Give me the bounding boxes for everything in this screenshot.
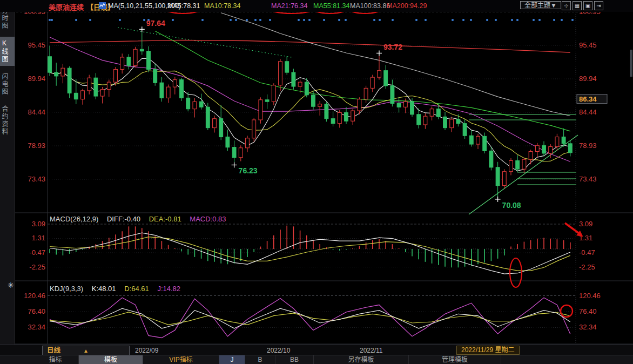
theme-selector-button[interactable]: 全部主题▼ <box>520 1 561 9</box>
main-chart: 97.6493.7276.2370.08100.95100.9595.4595.… <box>0 0 633 364</box>
axis-date-label: 2022/09 <box>135 347 158 354</box>
annotation-marks-group <box>163 1 583 317</box>
ma21-value: MA21:76.34 <box>271 2 307 10</box>
sidebar-item-flash-chart[interactable]: 闪电图 <box>0 70 15 98</box>
tab-manage-template[interactable]: 管理模板 <box>409 355 501 364</box>
period-dropdown[interactable]: 日线▲ <box>42 346 130 355</box>
instrument-title: 美原油连续 <box>49 2 84 12</box>
chart-header: 美原油连续 【日线】 MA(5,10,21,55,100,200) MA5:78… <box>0 0 633 12</box>
macd-diff-value: DIFF:-0.40 <box>107 215 140 223</box>
svg-text:76.40: 76.40 <box>28 307 45 315</box>
svg-text:-0.47: -0.47 <box>29 248 45 257</box>
panel-layout-button[interactable]: ▣ <box>583 1 592 10</box>
svg-text:32.34: 32.34 <box>28 323 45 331</box>
ma200-value: MA200:94.29 <box>387 2 427 10</box>
svg-text:95.45: 95.45 <box>579 41 597 49</box>
sidebar-item-contract-info[interactable]: 合约资料 <box>0 103 15 138</box>
macd-macd-value: MACD:0.83 <box>190 215 226 223</box>
axis-date-current: 2022/11/29 星期二 <box>456 346 520 355</box>
svg-text:-2.25: -2.25 <box>579 263 595 271</box>
chevron-up-icon: ▲ <box>83 348 89 354</box>
sidebar-item-kline-chart[interactable]: K线图 <box>0 37 15 66</box>
tab-b[interactable]: B <box>245 355 275 364</box>
svg-text:73.43: 73.43 <box>579 175 597 183</box>
tab-bb[interactable]: BB <box>275 355 314 364</box>
svg-text:84.44: 84.44 <box>28 108 45 116</box>
ma55-value: MA55:81.34 <box>313 2 349 10</box>
indicator-tab-bar: 指标 模板 VIP指标 J B BB 另存模板 管理模板 <box>0 355 633 364</box>
svg-text:89.94: 89.94 <box>28 75 45 83</box>
svg-text:86.34: 86.34 <box>579 95 597 103</box>
period-dropdown-label: 日线 <box>47 347 60 354</box>
svg-text:-2.25: -2.25 <box>29 263 45 271</box>
svg-text:73.43: 73.43 <box>28 175 45 183</box>
tab-templates[interactable]: 模板 <box>79 355 143 364</box>
svg-text:89.94: 89.94 <box>579 75 597 83</box>
crosshair-tool-button[interactable]: ⊹ <box>562 1 571 10</box>
kdj-d-value: D:64.61 <box>124 285 149 293</box>
tab-indicators[interactable]: 指标 <box>32 355 79 364</box>
axis-date-label: 2022/10 <box>267 347 290 354</box>
svg-text:70.08: 70.08 <box>502 201 521 210</box>
svg-text:1.31: 1.31 <box>32 234 45 242</box>
svg-text:76.23: 76.23 <box>239 166 258 175</box>
svg-text:95.45: 95.45 <box>28 41 45 49</box>
time-axis-row: 日线▲ 2022/09 2022/10 2022/11 2022/11/29 星… <box>0 345 633 355</box>
svg-text:32.34: 32.34 <box>579 323 597 331</box>
svg-text:120.46: 120.46 <box>24 292 45 300</box>
svg-text:-0.47: -0.47 <box>579 248 595 257</box>
svg-text:78.93: 78.93 <box>579 141 597 150</box>
grid-layout-button[interactable]: ▦ <box>573 1 582 10</box>
macd-header: MACD(26,12,9) DIFF:-0.40 DEA:-0.81 MACD:… <box>50 215 233 223</box>
ma100-value: MA100:83.86 <box>350 2 390 10</box>
tab-vip-indicators[interactable]: VIP指标 <box>143 355 219 364</box>
macd-title: MACD(26,12,9) <box>50 215 98 223</box>
ma5-value: MA5:78.31 <box>167 2 200 10</box>
panel-settings-icon[interactable]: ✳ <box>8 281 14 289</box>
expand-panel-button[interactable]: ⇥ <box>594 1 603 10</box>
kdj-header: KDJ(9,3,3) K:48.01 D:64.61 J:14.82 <box>50 285 187 293</box>
ma10-value: MA10:78.34 <box>204 2 240 10</box>
scrollbar-thumb[interactable] <box>630 50 632 77</box>
svg-text:93.72: 93.72 <box>383 43 402 51</box>
svg-text:76.40: 76.40 <box>579 307 597 315</box>
kline-icon <box>99 2 106 9</box>
svg-text:84.44: 84.44 <box>579 108 597 116</box>
svg-text:3.09: 3.09 <box>579 220 592 228</box>
svg-text:3.09: 3.09 <box>32 220 45 228</box>
chart-type-sidebar: 分时图 K线图 闪电图 合约资料 ✳ <box>0 0 15 345</box>
kdj-title: KDJ(9,3,3) <box>50 285 83 293</box>
svg-text:97.64: 97.64 <box>146 19 165 28</box>
window-toolbar: ⊹ ▦ ▣ ⇥ <box>562 1 603 10</box>
macd-dea-value: DEA:-0.81 <box>149 215 181 223</box>
axis-date-label: 2022/11 <box>360 347 383 354</box>
kdj-j-value: J:14.82 <box>157 285 180 293</box>
trading-app-window: 97.6493.7276.2370.08100.95100.9595.4595.… <box>0 0 633 364</box>
tab-save-template[interactable]: 另存模板 <box>314 355 409 364</box>
svg-text:78.93: 78.93 <box>28 141 45 150</box>
svg-text:120.46: 120.46 <box>579 292 601 300</box>
kdj-k-value: K:48.01 <box>92 285 116 293</box>
tab-j[interactable]: J <box>219 355 245 364</box>
